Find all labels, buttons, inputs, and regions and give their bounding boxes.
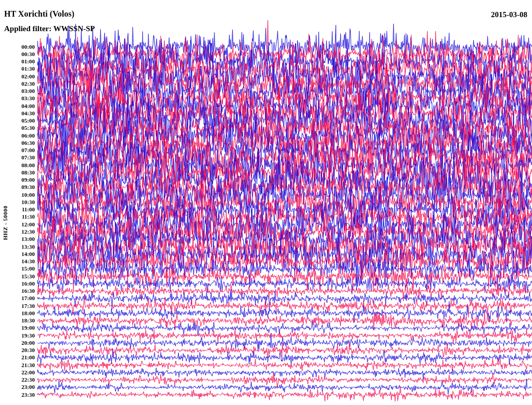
time-label: 22:00 [0, 370, 35, 375]
time-label: 11:00 [0, 207, 35, 212]
time-label: 19:00 [0, 325, 35, 331]
time-label: 12:00 [0, 222, 35, 227]
time-label: 04:30 [0, 111, 35, 116]
time-label: 23:30 [0, 392, 35, 398]
time-label: 06:30 [0, 140, 35, 146]
time-label: 13:00 [0, 236, 35, 242]
time-label: 15:00 [0, 266, 35, 272]
time-label: 03:00 [0, 88, 35, 94]
time-label: 18:00 [0, 310, 35, 316]
time-label: 21:30 [0, 362, 35, 368]
time-label: 11:30 [0, 214, 35, 220]
webicorder-view: HT Xorichti (Volos) Applied filter: WWSS… [0, 0, 532, 405]
station-title: HT Xorichti (Volos) [4, 9, 74, 19]
time-label: 16:00 [0, 281, 35, 287]
time-label: 19:30 [0, 333, 35, 339]
time-label: 10:00 [0, 192, 35, 198]
time-label: 03:30 [0, 96, 35, 101]
time-label: 08:30 [0, 170, 35, 176]
time-label: 07:00 [0, 147, 35, 153]
time-label: 17:00 [0, 295, 35, 301]
time-label: 02:00 [0, 74, 35, 79]
time-label: 05:30 [0, 125, 35, 131]
date-label: 2015-03-08 [491, 10, 527, 19]
time-label: 01:00 [0, 59, 35, 64]
time-label: 06:00 [0, 133, 35, 139]
time-label: 12:30 [0, 229, 35, 235]
time-label: 21:00 [0, 355, 35, 360]
applied-filter-label: Applied filter: WWSSN-SP [4, 24, 95, 33]
time-label: 14:30 [0, 259, 35, 264]
time-label: 22:30 [0, 377, 35, 383]
time-label: 00:00 [0, 44, 35, 50]
helicorder-traces-canvas [0, 0, 532, 405]
time-label: 07:30 [0, 155, 35, 160]
time-label: 04:00 [0, 103, 35, 109]
time-label: 23:00 [0, 384, 35, 390]
time-label: 17:30 [0, 303, 35, 309]
time-label: 13:30 [0, 244, 35, 250]
time-label: 00:30 [0, 51, 35, 57]
time-label: 20:30 [0, 347, 35, 353]
time-label: 14:00 [0, 251, 35, 257]
time-label: 09:00 [0, 177, 35, 183]
time-label: 15:30 [0, 274, 35, 279]
time-label: 08:00 [0, 163, 35, 168]
time-label: 20:00 [0, 340, 35, 346]
time-label: 05:00 [0, 118, 35, 124]
time-label: 10:30 [0, 199, 35, 205]
time-label: 09:30 [0, 184, 35, 190]
time-label: 01:30 [0, 66, 35, 72]
time-label: 18:30 [0, 318, 35, 323]
time-label: 16:30 [0, 288, 35, 294]
time-label: 02:30 [0, 81, 35, 87]
